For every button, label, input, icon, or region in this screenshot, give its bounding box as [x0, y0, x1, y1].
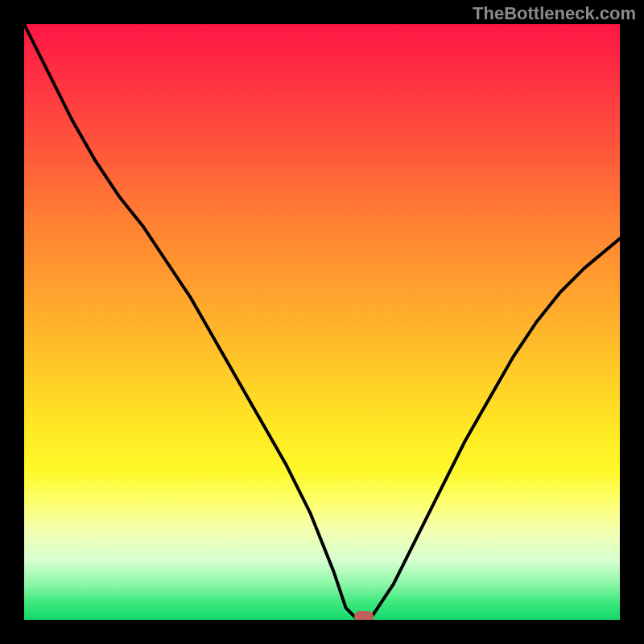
plot-area [24, 24, 620, 620]
attribution-text: TheBottleneck.com [473, 3, 636, 24]
chart-container: TheBottleneck.com [0, 0, 644, 644]
optimum-marker [354, 611, 374, 620]
curve-path [24, 24, 620, 620]
bottleneck-curve [24, 24, 620, 620]
